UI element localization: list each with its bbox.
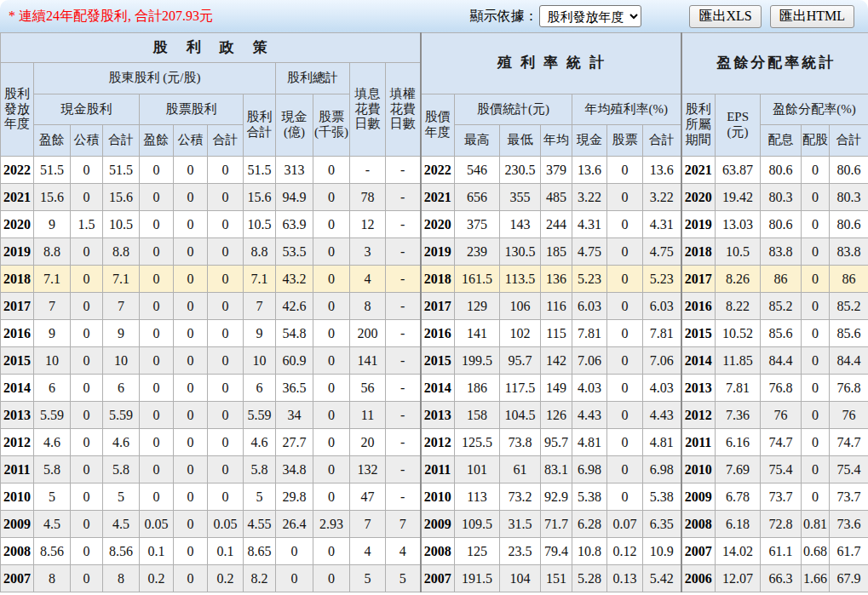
table-row[interactable]: 202091.510.500010.563.9012-2020375143244… [1,211,868,238]
dividend-year-cell: 2016 [1,320,34,347]
header-fill-rights-days: 填權 花費 日數 [386,63,421,157]
payout-value-cell: 85.2 [761,293,802,320]
policy-value-cell: - [386,238,421,266]
yield-value-cell: 7.06 [643,347,681,375]
table-row[interactable]: 2010505000529.8047-201011373.292.95.3805… [1,483,868,511]
yield-value-cell: 6.98 [572,456,607,483]
period-year-cell: 2006 [681,565,716,592]
yield-value-cell: 113.5 [500,266,541,293]
export-html-button[interactable]: 匯出HTML [770,5,854,28]
payout-value-cell: 0 [802,293,830,320]
period-year-cell: 2015 [681,320,716,347]
policy-value-cell: 15.6 [244,184,276,211]
yield-value-cell: 4.31 [643,211,681,238]
policy-value-cell: 0 [208,320,244,347]
policy-value-cell: 34.8 [276,456,313,483]
table-row[interactable]: 2017707000742.608-20171291061166.0306.03… [1,293,868,320]
policy-value-cell: 4.6 [244,429,276,456]
yield-value-cell: 6.03 [572,293,607,320]
header-stock-dividend: 股票股利 [140,94,244,125]
table-row[interactable]: 20115.805.80005.834.80132-20111016183.16… [1,456,868,483]
yield-value-cell: 355 [500,184,541,211]
policy-value-cell: 0 [140,157,174,184]
table-row[interactable]: 2016909000954.80200-20161411021157.8107.… [1,320,868,347]
policy-value-cell: 0 [313,483,350,511]
price-year-cell: 2017 [421,293,455,320]
policy-value-cell: 0 [208,266,244,293]
dividend-year-cell: 2017 [1,293,34,320]
yield-value-cell: 129 [455,293,500,320]
policy-value-cell: 0 [208,456,244,483]
export-xls-button[interactable]: 匯出XLS [689,5,761,28]
yield-value-cell: 6.98 [643,456,681,483]
policy-value-cell: 132 [350,456,386,483]
payout-value-cell: 67.9 [830,565,868,592]
dividend-year-cell: 2012 [1,429,34,456]
yield-value-cell: 161.5 [455,266,500,293]
policy-value-cell: 313 [276,157,313,184]
payout-value-cell: 85.6 [761,320,802,347]
policy-value-cell: 0 [313,538,350,565]
yield-value-cell: 5.28 [572,565,607,592]
header-cash-100m: 現金 (億) [276,94,313,157]
yield-value-cell: 6.28 [572,511,607,538]
policy-value-cell: 0 [140,456,174,483]
policy-value-cell: 0 [174,266,208,293]
table-row[interactable]: 20124.604.60004.627.7020-2012125.573.895… [1,429,868,456]
table-row[interactable]: 20198.808.80008.853.503-2019239130.51854… [1,238,868,266]
payout-value-cell: 76 [761,402,802,429]
policy-value-cell: - [386,429,421,456]
header-eps: EPS (元) [716,94,761,157]
header-dividend-total: 股利總計 [276,63,350,94]
policy-value-cell: 27.7 [276,429,313,456]
policy-value-cell: 8.65 [244,538,276,565]
toolbar-controls: 顯示依據： 股利發放年度 匯出XLS 匯出HTML [469,5,868,28]
yield-value-cell: 0 [607,483,643,511]
policy-value-cell: 9 [34,320,71,347]
yield-value-cell: 0.12 [607,538,643,565]
payout-value-cell: 13.03 [716,211,761,238]
policy-value-cell: 94.9 [276,184,313,211]
header-payout-cash: 配息 [761,125,802,157]
price-year-cell: 2012 [421,429,455,456]
payout-value-cell: 73.7 [830,483,868,511]
yield-value-cell: 3.22 [572,184,607,211]
yield-value-cell: 73.8 [500,429,541,456]
table-row[interactable]: 20135.5905.590005.5934011-2013158104.512… [1,402,868,429]
display-basis-select[interactable]: 股利發放年度 [539,5,641,27]
table-row[interactable]: 2015100100001060.90141-2015199.595.71427… [1,347,868,375]
table-row[interactable]: 20088.5608.560.100.18.650044200812523.57… [1,538,868,565]
policy-value-cell: 0 [174,211,208,238]
header-payout-ratio: 盈餘分配率(%) [761,94,868,125]
policy-value-cell: 0 [71,293,103,320]
policy-value-cell: - [386,320,421,347]
payout-value-cell: 63.87 [716,157,761,184]
yield-value-cell: 0 [607,184,643,211]
dividend-year-cell: 2018 [1,266,34,293]
yield-value-cell: 10.9 [643,538,681,565]
table-row[interactable]: 202115.6015.600015.694.9078-202165635548… [1,184,868,211]
policy-value-cell: 0.1 [140,538,174,565]
table-row[interactable]: 20187.107.10007.143.204-2018161.5113.513… [1,266,868,293]
yield-value-cell: 239 [455,238,500,266]
price-year-cell: 2013 [421,402,455,429]
header-policy-title: 股利政策 [1,33,421,63]
yield-value-cell: 656 [455,184,500,211]
payout-value-cell: 83.8 [761,238,802,266]
policy-value-cell: 0 [174,320,208,347]
policy-value-cell: 0 [140,375,174,402]
policy-value-cell: 5.59 [103,402,140,429]
price-year-cell: 2020 [421,211,455,238]
yield-value-cell: 117.5 [500,375,541,402]
table-row[interactable]: 20078080.200.28.200552007191.51041515.28… [1,565,868,592]
yield-value-cell: 5.23 [643,266,681,293]
payout-value-cell: 6.16 [716,429,761,456]
dividend-year-cell: 2010 [1,483,34,511]
table-row[interactable]: 20094.504.50.0500.054.5526.42.9377200910… [1,511,868,538]
yield-value-cell: 95.7 [541,429,572,456]
policy-value-cell: 0 [276,538,313,565]
table-row[interactable]: 2014606000636.5056-2014186117.51494.0304… [1,375,868,402]
policy-value-cell: 0 [71,402,103,429]
policy-value-cell: 0 [71,238,103,266]
table-row[interactable]: 202251.5051.500051.53130--2022546230.537… [1,157,868,184]
